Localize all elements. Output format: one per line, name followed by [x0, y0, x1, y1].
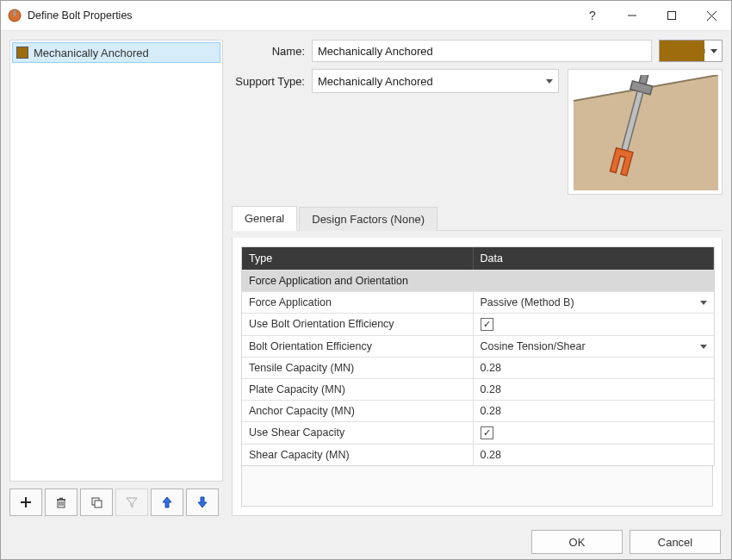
- cell-value: 0.28: [481, 383, 501, 395]
- minimize-button[interactable]: [612, 1, 652, 30]
- color-select[interactable]: [659, 40, 723, 62]
- row-label: Shear Capacity (MN): [242, 445, 474, 465]
- shear-capacity-input[interactable]: 0.28: [474, 445, 714, 465]
- window-title: Define Bolt Properties: [28, 9, 573, 22]
- table-row: Plate Capacity (MN) 0.28: [242, 378, 714, 400]
- table-row: Shear Capacity (MN) 0.28: [242, 444, 714, 465]
- row-label: Anchor Capacity (MN): [242, 401, 474, 421]
- row-label: Plate Capacity (MN): [242, 379, 474, 400]
- cell-value: 0.28: [481, 362, 501, 374]
- svg-marker-26: [700, 301, 707, 305]
- list-item-label: Mechanically Anchored: [34, 47, 149, 59]
- svg-marker-20: [546, 79, 553, 84]
- duplicate-button[interactable]: [80, 488, 113, 516]
- button-label: Cancel: [658, 536, 692, 549]
- bolt-list[interactable]: Mechanically Anchored: [9, 40, 223, 482]
- svg-marker-27: [700, 345, 707, 349]
- app-icon: [8, 9, 22, 22]
- move-down-button[interactable]: [186, 488, 219, 516]
- column-header-type: Type: [242, 247, 474, 270]
- ok-button[interactable]: OK: [531, 530, 623, 554]
- tab-label: Design Factors (None): [312, 213, 425, 226]
- table-row: Force Application Passive (Method B): [242, 291, 714, 313]
- color-chip-icon: [16, 47, 28, 59]
- filter-button[interactable]: [115, 488, 148, 516]
- row-label: Use Shear Capacity: [242, 422, 474, 444]
- cell-value: Cosine Tension/Shear: [481, 340, 586, 352]
- titlebar: Define Bolt Properties ?: [1, 1, 731, 31]
- anchor-capacity-input[interactable]: 0.28: [474, 401, 714, 421]
- plate-capacity-input[interactable]: 0.28: [474, 379, 714, 400]
- bolt-orientation-efficiency-select[interactable]: Cosine Tension/Shear: [474, 336, 714, 357]
- dialog-window: Define Bolt Properties ? Mechanically An…: [0, 0, 732, 560]
- bolt-preview: [568, 69, 723, 195]
- svg-marker-16: [127, 498, 137, 507]
- grid-filler: [241, 466, 713, 507]
- use-shear-capacity-checkbox[interactable]: ✓: [481, 426, 493, 439]
- cell-value: Passive (Method B): [481, 296, 574, 308]
- move-up-button[interactable]: [151, 488, 183, 516]
- color-swatch: [660, 40, 704, 61]
- row-label: Force Application: [242, 292, 474, 313]
- svg-marker-19: [710, 49, 717, 53]
- delete-button[interactable]: [45, 488, 78, 516]
- help-button[interactable]: ?: [573, 1, 612, 30]
- chevron-down-icon: [546, 79, 553, 84]
- list-toolbar: [9, 488, 223, 516]
- svg-rect-3: [668, 12, 676, 20]
- column-header-data: Data: [474, 247, 714, 270]
- tab-design-factors[interactable]: Design Factors (None): [299, 207, 437, 231]
- table-row: Anchor Capacity (MN) 0.28: [242, 400, 714, 421]
- table-row: Bolt Orientation Efficiency Cosine Tensi…: [242, 335, 714, 357]
- list-item[interactable]: Mechanically Anchored: [12, 42, 220, 63]
- chevron-down-icon: [700, 345, 707, 349]
- tab-general[interactable]: General: [232, 206, 297, 231]
- add-button[interactable]: [9, 488, 42, 516]
- use-bolt-orientation-checkbox[interactable]: ✓: [481, 318, 493, 331]
- svg-rect-1: [14, 10, 16, 16]
- chevron-down-icon: [700, 301, 707, 305]
- tensile-capacity-input[interactable]: 0.28: [474, 358, 714, 378]
- svg-marker-17: [163, 497, 171, 507]
- tab-label: General: [245, 212, 284, 225]
- table-row: Use Shear Capacity ✓: [242, 421, 714, 444]
- table-row: Tensile Capacity (MN) 0.28: [242, 357, 714, 378]
- cell-value: 0.28: [481, 405, 501, 417]
- name-input[interactable]: [312, 40, 652, 62]
- cell-value: 0.28: [481, 449, 501, 461]
- chevron-down-icon: [704, 49, 722, 53]
- support-type-select[interactable]: Mechanically Anchored: [312, 69, 559, 93]
- svg-rect-15: [95, 501, 102, 507]
- support-type-value: Mechanically Anchored: [318, 75, 433, 88]
- dialog-footer: OK Cancel: [1, 525, 731, 559]
- close-button[interactable]: [692, 1, 731, 30]
- cancel-button[interactable]: Cancel: [630, 530, 721, 554]
- support-type-label: Support Type:: [232, 75, 305, 88]
- properties-grid: Type Data Force Application and Orientat…: [241, 246, 715, 466]
- name-label: Name:: [232, 45, 305, 58]
- row-label: Bolt Orientation Efficiency: [242, 336, 474, 357]
- svg-marker-18: [198, 497, 207, 507]
- general-panel: Type Data Force Application and Orientat…: [232, 238, 723, 516]
- force-application-select[interactable]: Passive (Method B): [474, 292, 714, 313]
- row-label: Use Bolt Orientation Efficiency: [242, 314, 474, 335]
- section-header: Force Application and Orientation: [242, 271, 714, 291]
- tabs: General Design Factors (None): [232, 205, 723, 231]
- table-row: Use Bolt Orientation Efficiency ✓: [242, 313, 714, 335]
- row-label: Tensile Capacity (MN): [242, 358, 474, 378]
- button-label: OK: [569, 536, 586, 549]
- maximize-button[interactable]: [652, 1, 692, 30]
